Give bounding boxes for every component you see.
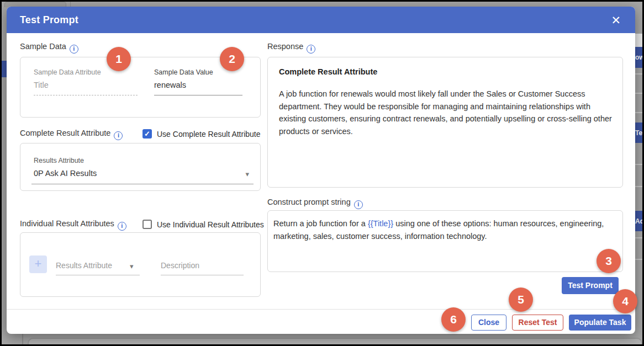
info-icon[interactable]: i bbox=[307, 45, 315, 54]
close-button[interactable]: Close bbox=[471, 315, 506, 331]
complete-result-panel: Results Attribute 0P Ask AI Results ▾ bbox=[20, 143, 261, 191]
sample-data-value-label: Sample Data Value bbox=[154, 68, 213, 76]
response-panel: Complete Result Attribute A job function… bbox=[267, 57, 623, 188]
complete-result-label-text: Complete Result Attribute bbox=[20, 129, 110, 137]
complete-result-label: Complete Result Attributei bbox=[20, 129, 123, 140]
background-panel bbox=[28, 338, 642, 344]
individual-result-label: Individual Result Attributesi bbox=[20, 219, 126, 231]
info-icon[interactable]: i bbox=[354, 200, 363, 209]
response-body: A job function for renewals would most l… bbox=[279, 88, 614, 137]
populate-task-button[interactable]: Populate Task bbox=[569, 315, 631, 331]
response-label: Responsei bbox=[267, 42, 315, 54]
field-underline bbox=[56, 275, 140, 275]
close-icon[interactable]: ✕ bbox=[611, 14, 622, 26]
construct-prompt-label-text: Construct prompt string bbox=[267, 198, 351, 206]
background-divider bbox=[635, 164, 642, 165]
test-prompt-button[interactable]: Test Prompt bbox=[562, 277, 619, 294]
field-underline bbox=[154, 95, 242, 95]
modal-header: Test Prompt ✕ bbox=[7, 7, 635, 33]
field-underline bbox=[34, 95, 138, 95]
prompt-text-before: Return a job function for a bbox=[273, 219, 368, 228]
use-individual-result-checkbox-label[interactable]: Use Individual Result Attributes bbox=[157, 220, 264, 229]
info-icon[interactable]: i bbox=[114, 131, 123, 140]
description-field[interactable]: Description bbox=[161, 261, 199, 270]
info-icon[interactable]: i bbox=[70, 45, 78, 54]
background-divider bbox=[22, 332, 23, 344]
info-icon[interactable]: i bbox=[118, 222, 126, 231]
results-attribute-select[interactable]: 0P Ask AI Results bbox=[34, 169, 97, 178]
sample-data-label: Sample Datai bbox=[20, 42, 78, 54]
individual-result-panel: + Results Attribute ▾ Description bbox=[20, 232, 261, 297]
field-underline bbox=[161, 275, 244, 275]
background-divider bbox=[635, 237, 642, 238]
results-attribute-label: Results Attribute bbox=[34, 157, 84, 164]
chevron-down-icon[interactable]: ▾ bbox=[130, 262, 134, 270]
annotation-circle-2: 2 bbox=[220, 47, 244, 71]
annotation-circle-3: 3 bbox=[597, 249, 621, 273]
construct-prompt-label: Construct prompt stringi bbox=[267, 198, 363, 209]
background-button-fragment: ow bbox=[635, 47, 642, 68]
background-divider bbox=[635, 186, 642, 187]
background-strip bbox=[635, 34, 642, 47]
annotation-circle-4: 4 bbox=[613, 289, 637, 313]
sample-data-attribute-field[interactable]: Title bbox=[34, 81, 49, 89]
screenshot-frame: ow Te Ad Test Prompt ✕ Sample Datai Samp… bbox=[0, 0, 644, 346]
test-prompt-modal: Test Prompt ✕ Sample Datai Sample Data A… bbox=[7, 7, 635, 334]
individual-results-attribute-select[interactable]: Results Attribute bbox=[56, 261, 112, 270]
use-individual-result-checkbox[interactable] bbox=[142, 220, 152, 229]
annotation-circle-6: 6 bbox=[441, 307, 466, 332]
prompt-title-token: {{Title}} bbox=[368, 219, 393, 228]
footer-divider bbox=[7, 309, 635, 310]
background-divider bbox=[635, 93, 642, 94]
sample-data-label-text: Sample Data bbox=[20, 42, 66, 51]
background-button-fragment: Te bbox=[635, 123, 642, 143]
background-divider bbox=[635, 112, 642, 113]
background-button-fragment: Ad bbox=[635, 211, 642, 231]
sample-data-attribute-label: Sample Data Attribute bbox=[34, 68, 101, 76]
chevron-down-icon[interactable]: ▾ bbox=[245, 170, 249, 178]
use-complete-result-checkbox-label[interactable]: Use Complete Result Attribute bbox=[157, 130, 261, 139]
background-divider bbox=[635, 73, 642, 74]
prompt-string-text: Return a job function for a {{Title}} us… bbox=[273, 217, 616, 243]
use-complete-result-checkbox[interactable]: ✓ bbox=[142, 129, 152, 139]
background-divider bbox=[635, 259, 642, 260]
sample-data-value-field[interactable]: renewals bbox=[154, 81, 186, 89]
add-attribute-button[interactable]: + bbox=[29, 255, 47, 273]
individual-result-label-text: Individual Result Attributes bbox=[20, 219, 114, 228]
field-underline bbox=[31, 184, 254, 184]
reset-test-button[interactable]: Reset Test bbox=[512, 315, 563, 331]
prompt-string-textarea[interactable]: Return a job function for a {{Title}} us… bbox=[267, 210, 623, 272]
annotation-circle-5: 5 bbox=[509, 288, 533, 312]
response-label-text: Response bbox=[267, 42, 303, 51]
modal-title: Test Prompt bbox=[20, 14, 78, 26]
annotation-circle-1: 1 bbox=[107, 47, 131, 71]
response-heading: Complete Result Attribute bbox=[279, 67, 377, 76]
